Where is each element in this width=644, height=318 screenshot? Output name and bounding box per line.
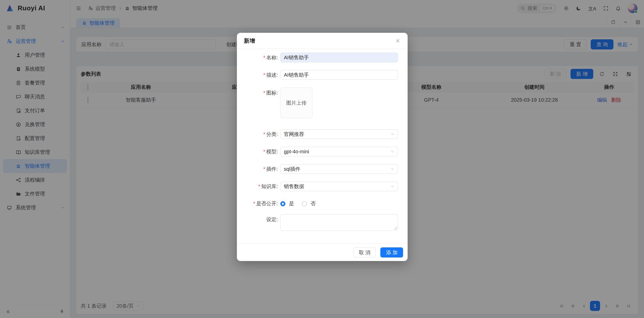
modal-footer: 取 消 添 加 <box>237 244 408 261</box>
field-public: *是否公开: 是 否 <box>237 200 398 207</box>
plugin-label: 插件: <box>266 166 278 172</box>
model-select[interactable]: gpt-4o-mini <box>280 147 398 156</box>
chevron-down-icon <box>390 184 394 188</box>
public-label: 是否公开: <box>256 201 278 206</box>
field-kb: *知识库: 销售数据 <box>237 182 398 191</box>
field-icon: *图标: 图片上传 <box>237 88 398 118</box>
model-label: 模型: <box>266 149 278 154</box>
kb-select[interactable]: 销售数据 <box>280 182 398 191</box>
field-model: *模型: gpt-4o-mini <box>237 147 398 156</box>
kb-value: 销售数据 <box>284 183 304 190</box>
name-label: 名称: <box>266 55 278 60</box>
close-icon[interactable] <box>395 38 401 44</box>
category-value: 官网推荐 <box>284 131 304 138</box>
submit-button[interactable]: 添 加 <box>380 247 403 257</box>
public-radio-group: 是 否 <box>280 200 320 207</box>
modal-header: 新增 <box>237 33 408 49</box>
image-upload-box[interactable]: 图片上传 <box>280 88 312 118</box>
required-marker: * <box>263 55 265 60</box>
kb-label: 知识库: <box>261 184 278 189</box>
chevron-down-icon <box>390 167 394 171</box>
field-setting: 设定: <box>237 214 398 231</box>
modal-title: 新增 <box>244 37 255 45</box>
radio-no[interactable] <box>302 201 307 206</box>
add-agent-modal: 新增 *名称: *描述: *图标: 图片上传 *分类: 官网推荐 <box>237 33 408 261</box>
plugin-select[interactable]: sql插件 <box>280 164 398 174</box>
name-input[interactable] <box>280 53 398 62</box>
field-name: *名称: <box>237 53 398 62</box>
chevron-down-icon <box>390 132 394 136</box>
category-label: 分类: <box>266 131 278 137</box>
setting-textarea[interactable] <box>280 214 398 231</box>
chevron-down-icon <box>390 150 394 154</box>
icon-label: 图标: <box>266 90 278 96</box>
plugin-value: sql插件 <box>284 166 301 172</box>
field-category: *分类: 官网推荐 <box>237 129 398 139</box>
cancel-button[interactable]: 取 消 <box>353 247 376 257</box>
modal-body: *名称: *描述: *图标: 图片上传 *分类: 官网推荐 *模型: <box>237 49 408 244</box>
field-plugin: *插件: sql插件 <box>237 164 398 174</box>
upload-text: 图片上传 <box>286 100 307 106</box>
desc-label: 描述: <box>266 72 278 78</box>
field-desc: *描述: <box>237 70 398 80</box>
radio-yes[interactable] <box>280 201 285 206</box>
setting-label: 设定: <box>266 217 278 222</box>
radio-no-label: 否 <box>311 200 316 207</box>
desc-input[interactable] <box>280 70 398 80</box>
category-select[interactable]: 官网推荐 <box>280 129 398 139</box>
radio-yes-label: 是 <box>289 200 294 207</box>
model-value: gpt-4o-mini <box>284 149 309 155</box>
